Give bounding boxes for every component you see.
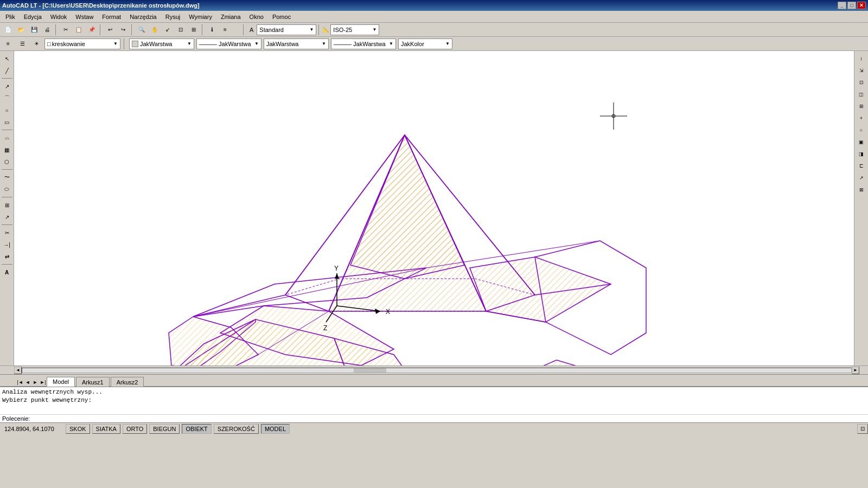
mirror-button[interactable]: ⇄ <box>1 251 13 262</box>
menu-rysuj[interactable]: Rysuj <box>161 12 185 21</box>
h-scroll-right[interactable]: ► <box>852 367 859 374</box>
extend-button[interactable]: →| <box>1 239 13 250</box>
layer-combo[interactable]: □ kreskowanie ▼ <box>44 38 120 49</box>
new-button[interactable]: 📄 <box>2 24 14 35</box>
circle-button[interactable]: ○ <box>1 105 13 115</box>
menu-format[interactable]: Format <box>98 12 125 21</box>
menu-narzedzia[interactable]: Narzędzia <box>125 12 161 21</box>
linetype-combo[interactable]: ——— JakWarstwa ▼ <box>196 38 261 49</box>
region-button[interactable]: ⬡ <box>1 156 13 167</box>
canvas-area[interactable]: Z X Y <box>14 51 854 365</box>
right-btn-9[interactable]: ◨ <box>856 149 867 159</box>
standard-toolbar: 📄 📂 💾 🖨 ✂ 📋 📌 ↩ ↪ 🔍 ✋ ↙ ⊡ ⊞ ℹ ≡ A Standa… <box>0 23 868 37</box>
snap-button[interactable]: SKOK <box>66 424 90 434</box>
line-button[interactable]: ╱ <box>1 65 13 76</box>
right-btn-10[interactable]: ⊏ <box>856 160 867 171</box>
spline-button[interactable]: 〜 <box>1 172 13 183</box>
insert-button[interactable]: ⊞ <box>1 200 13 210</box>
title-bar-buttons[interactable]: _ □ ✕ <box>838 2 866 9</box>
right-btn-1[interactable]: ↕ <box>856 53 867 64</box>
zoom-extents-button[interactable]: ⊞ <box>188 24 200 35</box>
grid-button[interactable]: SIATKA <box>92 424 120 434</box>
tab-first[interactable]: |◄ <box>16 378 24 386</box>
layer-manager-button[interactable]: ≡ <box>2 38 14 49</box>
right-btn-7[interactable]: ○ <box>856 125 867 136</box>
properties-button[interactable]: ℹ <box>206 24 218 35</box>
trim-button[interactable]: ✂ <box>1 227 13 238</box>
menu-edycja[interactable]: Edycja <box>20 12 46 21</box>
text-style-combo[interactable]: Standard▼ <box>257 24 316 35</box>
right-btn-11[interactable]: ↗ <box>856 172 867 183</box>
menu-okno[interactable]: Okno <box>245 12 268 21</box>
hatch-button[interactable]: ▦ <box>1 144 13 155</box>
osnap-button[interactable]: OBIEKT <box>182 424 211 434</box>
h-scrollbar[interactable]: ◄ ► <box>14 366 859 374</box>
arc-button[interactable]: ⌒ <box>1 93 13 104</box>
right-btn-12[interactable]: ⊠ <box>856 184 867 195</box>
ortho-button[interactable]: ORTO <box>123 424 147 434</box>
tab-arkusz2[interactable]: Arkusz2 <box>111 377 144 387</box>
save-button[interactable]: 💾 <box>28 24 40 35</box>
pan-button[interactable]: ✋ <box>149 24 161 35</box>
command-input-bar[interactable]: Polecenie: <box>0 414 868 422</box>
layer-unfreeze-button[interactable]: ☀ <box>30 38 42 49</box>
command-prompt: Polecenie: <box>2 415 30 422</box>
tab-arkusz1[interactable]: Arkusz1 <box>76 377 110 387</box>
ellipse-button[interactable]: ⬭ <box>1 184 13 195</box>
zoom-button[interactable]: 🔍 <box>136 24 148 35</box>
paste-button[interactable]: 📌 <box>86 24 98 35</box>
status-tray[interactable]: ⊡ <box>857 424 868 434</box>
dim-style-combo[interactable]: ISO-25▼ <box>330 24 379 35</box>
right-btn-6[interactable]: + <box>856 113 867 124</box>
h-scroll-corner <box>859 366 868 374</box>
undo-button[interactable]: ↩ <box>104 24 116 35</box>
cut-button[interactable]: ✂ <box>60 24 72 35</box>
command-input[interactable] <box>32 415 866 422</box>
tab-next[interactable]: ► <box>31 378 39 386</box>
tab-prev[interactable]: ◄ <box>24 378 31 386</box>
menu-zmiana[interactable]: Zmiana <box>216 12 245 21</box>
redo-button[interactable]: ↪ <box>117 24 129 35</box>
linewidth-button[interactable]: SZEROKOŚĆ <box>214 424 259 434</box>
menu-widok[interactable]: Widok <box>46 12 72 21</box>
xref-button[interactable]: ↗ <box>1 211 13 222</box>
polar-button[interactable]: BIEGUN <box>149 424 180 434</box>
right-btn-8[interactable]: ▣ <box>856 137 867 147</box>
h-scroll-left[interactable]: ◄ <box>14 367 22 374</box>
fillet-button[interactable]: ⌓ <box>1 132 13 143</box>
menu-wstaw[interactable]: Wstaw <box>71 12 98 21</box>
zoom-window-button[interactable]: ⊡ <box>175 24 187 35</box>
linetype2-combo[interactable]: ——— JakWarstwa ▼ <box>331 38 396 49</box>
rectangle-button[interactable]: ▭ <box>1 117 13 127</box>
zoom-prev-button[interactable]: ↙ <box>162 24 174 35</box>
layer-props-button[interactable]: ☰ <box>16 38 28 49</box>
text-button[interactable]: A <box>1 267 13 278</box>
select-button[interactable]: ↖ <box>1 53 13 64</box>
open-button[interactable]: 📂 <box>15 24 27 35</box>
matchprop-button[interactable]: ≡ <box>219 24 231 35</box>
drawing-canvas[interactable]: Z X Y <box>14 51 854 365</box>
right-btn-5[interactable]: ⊞ <box>856 101 867 112</box>
polyline-button[interactable]: ↗ <box>1 81 13 92</box>
h-scroll-spacer <box>0 366 14 374</box>
menu-pomoc[interactable]: Pomoc <box>268 12 295 21</box>
right-btn-2[interactable]: ⇲ <box>856 65 867 76</box>
minimize-button[interactable]: _ <box>838 2 846 9</box>
h-scroll-track[interactable] <box>22 368 852 373</box>
menu-wymiary[interactable]: Wymiary <box>184 12 216 21</box>
right-btn-4[interactable]: ◫ <box>856 89 867 100</box>
lineweight-combo[interactable]: JakWarstwa ▼ <box>264 38 329 49</box>
maximize-button[interactable]: □ <box>847 2 856 9</box>
close-button[interactable]: ✕ <box>857 2 866 9</box>
color-combo[interactable]: JakWarstwa ▼ <box>129 38 194 49</box>
right-btn-3[interactable]: ⊡ <box>856 77 867 88</box>
tab-last[interactable]: ►| <box>39 378 47 386</box>
model-button[interactable]: MODEL <box>261 424 290 434</box>
menu-plik[interactable]: Plik <box>1 12 20 21</box>
copy-button[interactable]: 📋 <box>73 24 85 35</box>
h-scroll-thumb[interactable] <box>354 368 386 373</box>
tab-model[interactable]: Model <box>47 377 75 387</box>
print-button[interactable]: 🖨 <box>41 24 53 35</box>
svg-text:Z: Z <box>323 324 327 332</box>
plotstyle-combo[interactable]: JakKolor ▼ <box>398 38 452 49</box>
